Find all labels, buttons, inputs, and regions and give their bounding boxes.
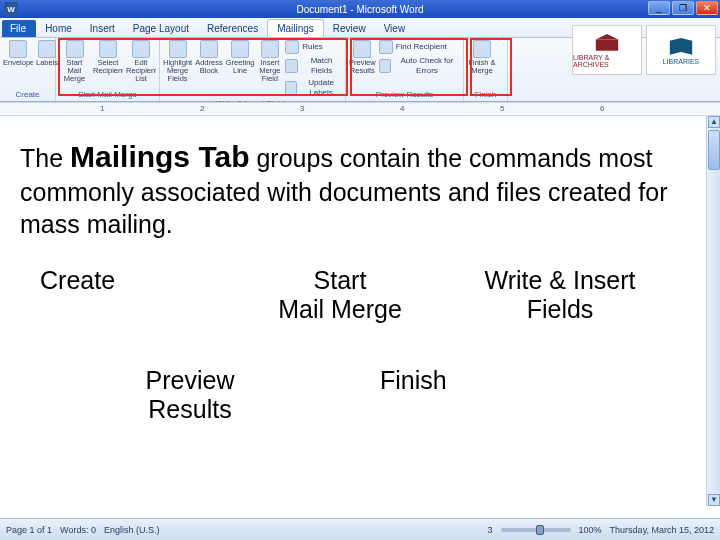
label-create: Create xyxy=(40,266,230,324)
labels-icon xyxy=(38,40,56,58)
svg-rect-0 xyxy=(596,40,618,51)
envelope-icon xyxy=(9,40,27,58)
label-start-mail-merge: Start Mail Merge xyxy=(230,266,450,324)
rules-button[interactable]: Rules xyxy=(285,40,342,54)
labels-button[interactable]: Labels xyxy=(36,40,58,67)
status-words: Words: 0 xyxy=(60,525,96,535)
find-label: Find Recipient xyxy=(396,42,447,52)
scroll-thumb[interactable] xyxy=(708,130,720,170)
labels-label: Labels xyxy=(36,59,58,67)
preview-icon xyxy=(353,40,371,58)
logo2-label: LIBRARIES xyxy=(663,58,700,65)
group-finish: Finish & Merge Finish xyxy=(464,38,508,101)
slide-root: W Document1 - Microsoft Word _ ❐ ✕ File … xyxy=(0,0,720,540)
building-icon xyxy=(593,32,621,54)
envelopes-button[interactable]: Envelopes xyxy=(3,40,33,67)
edit-recipient-list-button[interactable]: Edit Recipient List xyxy=(126,40,156,83)
zoom-slider[interactable] xyxy=(501,528,571,532)
status-language: English (U.S.) xyxy=(104,525,160,535)
tab-review[interactable]: Review xyxy=(324,20,375,37)
find-icon xyxy=(379,40,393,54)
check-icon xyxy=(379,59,391,73)
tab-file[interactable]: File xyxy=(2,20,36,37)
status-bar: Page 1 of 1 Words: 0 English (U.S.) 3 10… xyxy=(0,518,720,540)
match-fields-button[interactable]: Match Fields xyxy=(285,56,342,76)
start-mail-merge-label: Start Mail Merge xyxy=(59,59,90,83)
select-recipients-button[interactable]: Select Recipients xyxy=(93,40,123,75)
select-recipients-label: Select Recipients xyxy=(93,59,123,75)
auto-check-button[interactable]: Auto Check for Errors xyxy=(379,56,460,76)
update-label: Update Labels xyxy=(300,78,342,98)
status-slide-number: 3 xyxy=(488,525,493,535)
close-button[interactable]: ✕ xyxy=(696,1,718,15)
address-block-button[interactable]: Address Block xyxy=(195,40,223,75)
ruler-mark: 2 xyxy=(200,104,204,113)
status-date: Thursday, March 15, 2012 xyxy=(610,525,714,535)
ruler: 1 2 3 4 5 6 xyxy=(0,102,720,116)
address-label: Address Block xyxy=(195,59,223,75)
document-area: The Mailings Tab groups contain the comm… xyxy=(0,116,720,506)
finish-merge-button[interactable]: Finish & Merge xyxy=(467,40,497,75)
greeting-line-button[interactable]: Greeting Line xyxy=(226,40,255,75)
minimize-button[interactable]: _ xyxy=(648,1,670,15)
scroll-down-arrow-icon[interactable]: ▼ xyxy=(708,494,720,506)
finish-icon xyxy=(473,40,491,58)
tab-mailings[interactable]: Mailings xyxy=(267,19,324,37)
tab-view[interactable]: View xyxy=(375,20,415,37)
greeting-label: Greeting Line xyxy=(226,59,255,75)
tab-insert[interactable]: Insert xyxy=(81,20,124,37)
status-page: Page 1 of 1 xyxy=(6,525,52,535)
window-buttons: _ ❐ ✕ xyxy=(648,1,718,15)
ruler-mark: 6 xyxy=(600,104,604,113)
check-label: Auto Check for Errors xyxy=(394,56,460,76)
logo-area: LIBRARY & ARCHIVES LIBRARIES xyxy=(572,22,716,78)
highlight-icon xyxy=(169,40,187,58)
preview-results-button[interactable]: Preview Results xyxy=(349,40,376,75)
ruler-mark: 1 xyxy=(100,104,104,113)
maximize-button[interactable]: ❐ xyxy=(672,1,694,15)
label-finish: Finish xyxy=(280,366,540,424)
libraries-logo: LIBRARIES xyxy=(646,25,716,75)
match-icon xyxy=(285,59,298,73)
group-start-label: Start Mail Merge xyxy=(59,89,156,101)
edit-recipient-label: Edit Recipient List xyxy=(126,59,156,83)
library-archives-logo: LIBRARY & ARCHIVES xyxy=(572,25,642,75)
address-icon xyxy=(200,40,218,58)
finish-label: Finish & Merge xyxy=(467,59,497,75)
highlight-label: Highlight Merge Fields xyxy=(163,59,192,83)
start-mail-merge-button[interactable]: Start Mail Merge xyxy=(59,40,90,83)
mail-merge-icon xyxy=(66,40,84,58)
tab-references[interactable]: References xyxy=(198,20,267,37)
ruler-mark: 4 xyxy=(400,104,404,113)
tab-page-layout[interactable]: Page Layout xyxy=(124,20,198,37)
envelopes-label: Envelopes xyxy=(3,59,33,67)
label-preview-results: Preview Results xyxy=(40,366,280,424)
body-strong: Mailings Tab xyxy=(70,140,249,173)
vertical-scrollbar[interactable]: ▲ ▼ xyxy=(706,116,720,506)
group-preview-results: Preview Results Find Recipient Auto Chec… xyxy=(346,38,464,101)
greeting-icon xyxy=(231,40,249,58)
status-zoom: 100% xyxy=(579,525,602,535)
edit-list-icon xyxy=(132,40,150,58)
logo1-label: LIBRARY & ARCHIVES xyxy=(573,54,641,68)
body-paragraph: The Mailings Tab groups contain the comm… xyxy=(20,138,680,240)
group-create: Envelopes Labels Create xyxy=(0,38,56,101)
zoom-knob[interactable] xyxy=(536,525,544,535)
tab-home[interactable]: Home xyxy=(36,20,81,37)
rules-icon xyxy=(285,40,299,54)
word-app-icon: W xyxy=(4,2,18,16)
preview-label: Preview Results xyxy=(349,59,376,75)
group-finish-label: Finish xyxy=(467,89,504,101)
update-icon xyxy=(285,81,297,95)
group-write-insert: Highlight Merge Fields Address Block Gre… xyxy=(160,38,346,101)
update-labels-button[interactable]: Update Labels xyxy=(285,78,342,98)
insert-merge-field-button[interactable]: Insert Merge Field xyxy=(257,40,282,83)
svg-marker-1 xyxy=(596,34,618,40)
ruler-mark: 3 xyxy=(300,104,304,113)
label-write-insert-fields: Write & Insert Fields xyxy=(450,266,670,324)
recipients-icon xyxy=(99,40,117,58)
find-recipient-button[interactable]: Find Recipient xyxy=(379,40,460,54)
scroll-up-arrow-icon[interactable]: ▲ xyxy=(708,116,720,128)
insert-field-icon xyxy=(261,40,279,58)
highlight-fields-button[interactable]: Highlight Merge Fields xyxy=(163,40,192,83)
